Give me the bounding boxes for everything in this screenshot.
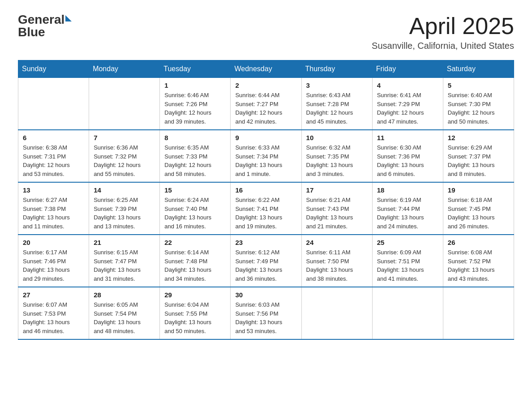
day-info: Sunrise: 6:27 AM Sunset: 7:38 PM Dayligh…: [23, 196, 84, 231]
day-number: 23: [235, 239, 296, 246]
calendar-cell: [443, 287, 514, 339]
day-number: 16: [235, 186, 296, 194]
day-number: 7: [94, 134, 155, 141]
day-info: Sunrise: 6:40 AM Sunset: 7:30 PM Dayligh…: [448, 91, 509, 126]
calendar-cell: 14Sunrise: 6:25 AM Sunset: 7:39 PM Dayli…: [89, 182, 160, 235]
day-number: 14: [94, 186, 155, 194]
day-number: 3: [306, 81, 368, 89]
day-info: Sunrise: 6:38 AM Sunset: 7:31 PM Dayligh…: [23, 143, 84, 178]
calendar-cell: 30Sunrise: 6:03 AM Sunset: 7:56 PM Dayli…: [231, 287, 301, 339]
calendar-cell: 26Sunrise: 6:08 AM Sunset: 7:52 PM Dayli…: [443, 235, 514, 287]
logo: General Blue: [18, 13, 72, 39]
day-info: Sunrise: 6:32 AM Sunset: 7:35 PM Dayligh…: [306, 143, 368, 178]
day-info: Sunrise: 6:44 AM Sunset: 7:27 PM Dayligh…: [235, 91, 296, 126]
calendar-cell: 5Sunrise: 6:40 AM Sunset: 7:30 PM Daylig…: [443, 78, 514, 130]
day-number: 1: [164, 81, 226, 89]
calendar-cell: 11Sunrise: 6:30 AM Sunset: 7:36 PM Dayli…: [372, 130, 443, 182]
day-number: 4: [377, 81, 438, 89]
day-info: Sunrise: 6:11 AM Sunset: 7:50 PM Dayligh…: [306, 248, 368, 283]
day-info: Sunrise: 6:33 AM Sunset: 7:34 PM Dayligh…: [235, 143, 296, 178]
day-info: Sunrise: 6:08 AM Sunset: 7:52 PM Dayligh…: [448, 248, 509, 283]
calendar-cell: 17Sunrise: 6:21 AM Sunset: 7:43 PM Dayli…: [301, 182, 372, 235]
day-info: Sunrise: 6:12 AM Sunset: 7:49 PM Dayligh…: [235, 248, 296, 283]
calendar-week-row: 13Sunrise: 6:27 AM Sunset: 7:38 PM Dayli…: [18, 182, 514, 235]
day-info: Sunrise: 6:43 AM Sunset: 7:28 PM Dayligh…: [306, 91, 368, 126]
calendar-cell: 13Sunrise: 6:27 AM Sunset: 7:38 PM Dayli…: [18, 182, 89, 235]
day-number: 17: [306, 186, 368, 194]
day-of-week-monday: Monday: [89, 60, 160, 78]
day-number: 8: [164, 134, 226, 141]
day-number: 2: [235, 81, 296, 89]
day-number: 6: [23, 134, 84, 141]
calendar-cell: 27Sunrise: 6:07 AM Sunset: 7:53 PM Dayli…: [18, 287, 89, 339]
day-number: 18: [377, 186, 438, 194]
calendar-cell: 9Sunrise: 6:33 AM Sunset: 7:34 PM Daylig…: [231, 130, 301, 182]
calendar-week-row: 1Sunrise: 6:46 AM Sunset: 7:26 PM Daylig…: [18, 78, 514, 130]
day-info: Sunrise: 6:09 AM Sunset: 7:51 PM Dayligh…: [377, 248, 438, 283]
day-info: Sunrise: 6:15 AM Sunset: 7:47 PM Dayligh…: [94, 248, 155, 283]
day-info: Sunrise: 6:14 AM Sunset: 7:48 PM Dayligh…: [164, 248, 226, 283]
day-number: 29: [164, 291, 226, 299]
calendar-week-row: 20Sunrise: 6:17 AM Sunset: 7:46 PM Dayli…: [18, 235, 514, 287]
calendar-cell: 19Sunrise: 6:18 AM Sunset: 7:45 PM Dayli…: [443, 182, 514, 235]
day-info: Sunrise: 6:21 AM Sunset: 7:43 PM Dayligh…: [306, 196, 368, 231]
page-header: General Blue April 2025 Susanville, Cali…: [18, 13, 514, 51]
calendar-cell: [18, 78, 89, 130]
header-right: April 2025 Susanville, California, Unite…: [372, 13, 514, 51]
day-info: Sunrise: 6:30 AM Sunset: 7:36 PM Dayligh…: [377, 143, 438, 178]
calendar-cell: 15Sunrise: 6:24 AM Sunset: 7:40 PM Dayli…: [160, 182, 231, 235]
calendar-header-row: SundayMondayTuesdayWednesdayThursdayFrid…: [18, 60, 514, 78]
calendar-week-row: 27Sunrise: 6:07 AM Sunset: 7:53 PM Dayli…: [18, 287, 514, 339]
day-number: 12: [448, 134, 509, 141]
day-info: Sunrise: 6:18 AM Sunset: 7:45 PM Dayligh…: [448, 196, 509, 231]
day-info: Sunrise: 6:07 AM Sunset: 7:53 PM Dayligh…: [23, 300, 84, 335]
day-number: 22: [164, 239, 226, 246]
day-of-week-wednesday: Wednesday: [231, 60, 301, 78]
calendar-cell: [372, 287, 443, 339]
day-number: 25: [377, 239, 438, 246]
day-number: 20: [23, 239, 84, 246]
calendar-cell: 29Sunrise: 6:04 AM Sunset: 7:55 PM Dayli…: [160, 287, 231, 339]
calendar-cell: 3Sunrise: 6:43 AM Sunset: 7:28 PM Daylig…: [301, 78, 372, 130]
day-number: 5: [448, 81, 509, 89]
day-info: Sunrise: 6:36 AM Sunset: 7:32 PM Dayligh…: [94, 143, 155, 178]
day-info: Sunrise: 6:24 AM Sunset: 7:40 PM Dayligh…: [164, 196, 226, 231]
calendar-cell: 18Sunrise: 6:19 AM Sunset: 7:44 PM Dayli…: [372, 182, 443, 235]
day-of-week-friday: Friday: [372, 60, 443, 78]
day-number: 26: [448, 239, 509, 246]
day-info: Sunrise: 6:22 AM Sunset: 7:41 PM Dayligh…: [235, 196, 296, 231]
calendar-cell: 24Sunrise: 6:11 AM Sunset: 7:50 PM Dayli…: [301, 235, 372, 287]
day-info: Sunrise: 6:46 AM Sunset: 7:26 PM Dayligh…: [164, 91, 226, 126]
calendar-cell: 2Sunrise: 6:44 AM Sunset: 7:27 PM Daylig…: [231, 78, 301, 130]
day-number: 24: [306, 239, 368, 246]
day-info: Sunrise: 6:29 AM Sunset: 7:37 PM Dayligh…: [448, 143, 509, 178]
day-number: 9: [235, 134, 296, 141]
calendar-cell: 7Sunrise: 6:36 AM Sunset: 7:32 PM Daylig…: [89, 130, 160, 182]
day-number: 10: [306, 134, 368, 141]
day-info: Sunrise: 6:05 AM Sunset: 7:54 PM Dayligh…: [94, 300, 155, 335]
calendar-cell: 6Sunrise: 6:38 AM Sunset: 7:31 PM Daylig…: [18, 130, 89, 182]
day-info: Sunrise: 6:03 AM Sunset: 7:56 PM Dayligh…: [235, 300, 296, 335]
calendar-cell: 21Sunrise: 6:15 AM Sunset: 7:47 PM Dayli…: [89, 235, 160, 287]
day-info: Sunrise: 6:04 AM Sunset: 7:55 PM Dayligh…: [164, 300, 226, 335]
month-title: April 2025: [372, 13, 514, 39]
calendar-cell: 10Sunrise: 6:32 AM Sunset: 7:35 PM Dayli…: [301, 130, 372, 182]
day-info: Sunrise: 6:25 AM Sunset: 7:39 PM Dayligh…: [94, 196, 155, 231]
day-number: 15: [164, 186, 226, 194]
day-of-week-tuesday: Tuesday: [160, 60, 231, 78]
calendar-cell: 28Sunrise: 6:05 AM Sunset: 7:54 PM Dayli…: [89, 287, 160, 339]
day-number: 13: [23, 186, 84, 194]
day-info: Sunrise: 6:35 AM Sunset: 7:33 PM Dayligh…: [164, 143, 226, 178]
day-info: Sunrise: 6:41 AM Sunset: 7:29 PM Dayligh…: [377, 91, 438, 126]
day-number: 19: [448, 186, 509, 194]
day-of-week-sunday: Sunday: [18, 60, 89, 78]
calendar-cell: 12Sunrise: 6:29 AM Sunset: 7:37 PM Dayli…: [443, 130, 514, 182]
logo-blue: Blue: [18, 26, 45, 39]
day-number: 28: [94, 291, 155, 299]
logo-arrow-icon: [65, 15, 72, 21]
day-number: 30: [235, 291, 296, 299]
calendar-cell: [89, 78, 160, 130]
calendar-cell: 25Sunrise: 6:09 AM Sunset: 7:51 PM Dayli…: [372, 235, 443, 287]
calendar-cell: 23Sunrise: 6:12 AM Sunset: 7:49 PM Dayli…: [231, 235, 301, 287]
calendar-cell: 16Sunrise: 6:22 AM Sunset: 7:41 PM Dayli…: [231, 182, 301, 235]
